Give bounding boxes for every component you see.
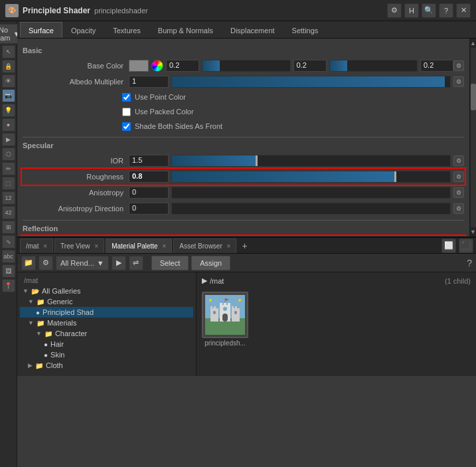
cloth-label: Cloth (46, 361, 63, 369)
bottom-transfer-icon[interactable]: ⇌ (129, 256, 143, 270)
anisotropy-direction-value[interactable]: 0 (129, 203, 169, 215)
help-icon[interactable]: ? (439, 3, 453, 18)
toolbar-image[interactable]: 🖼 (2, 264, 15, 278)
tree-item-character[interactable]: ▼ 📁 Character (20, 328, 193, 339)
use-point-color-checkbox[interactable] (122, 93, 131, 102)
toolbar-wave[interactable]: ∿ (2, 235, 15, 248)
all-galleries-label: All Galleries (42, 287, 81, 295)
generic-arrow: ▼ (28, 298, 34, 305)
toolbar-12[interactable]: 12 (2, 191, 15, 205)
tab-matpalette-close[interactable]: × (162, 242, 166, 250)
albedo-gear[interactable]: ⚙ (453, 76, 464, 87)
tab-surface[interactable]: Surface (20, 22, 62, 38)
toolbar-brush[interactable]: ✏ (2, 162, 15, 175)
assets-expand-icon[interactable]: ▶ (202, 276, 207, 285)
asset-item-principledsh[interactable]: principledsh... (202, 292, 248, 347)
shader-scrollbar[interactable]: ▲ ▼ (469, 39, 476, 236)
ior-slider[interactable] (171, 155, 451, 167)
tab-bump-normals[interactable]: Bump & Normals (149, 22, 222, 38)
base-color-r-slider[interactable] (202, 60, 291, 72)
settings-icon[interactable]: ⚙ (387, 3, 402, 18)
albedo-value[interactable]: 1 (129, 76, 169, 88)
bottom-help-button[interactable]: ? (467, 258, 472, 268)
toolbar-render[interactable]: ▶ (2, 133, 15, 146)
close-icon[interactable]: ✕ (456, 3, 471, 18)
bottom-tab-asset-browser[interactable]: Asset Browser × (173, 238, 236, 253)
add-tab-button[interactable]: + (238, 240, 251, 251)
bottom-gear-icon[interactable]: ⚙ (39, 256, 53, 270)
tree-item-hair[interactable]: ● Hair (20, 339, 193, 349)
assign-button[interactable]: Assign (191, 256, 230, 270)
base-color-r[interactable]: 0.2 (166, 60, 199, 72)
tree-item-generic[interactable]: ▼ 📁 Generic (20, 296, 193, 307)
toolbar-pointer[interactable]: ↖ (2, 45, 15, 58)
toolbar-lock[interactable]: 🔒 (2, 60, 15, 73)
albedo-label: Albedo Multiplier (23, 78, 129, 86)
scroll-up-arrow[interactable]: ▲ (469, 39, 476, 48)
bookmark-icon[interactable]: H (404, 3, 419, 18)
toolbar-select[interactable]: ⬚ (2, 177, 15, 190)
toolbar-material[interactable]: ● (2, 118, 15, 132)
base-color-g-slider[interactable] (329, 60, 418, 72)
toolbar-light[interactable]: 💡 (2, 104, 15, 117)
scroll-thumb[interactable] (471, 84, 476, 110)
search-icon[interactable]: 🔍 (422, 3, 436, 18)
toolbar-42[interactable]: 42 (2, 206, 15, 219)
use-packed-color-checkbox[interactable] (122, 108, 131, 116)
albedo-slider[interactable] (171, 76, 451, 88)
tree-item-skin[interactable]: ● Skin (20, 349, 193, 360)
anisotropy-slider[interactable] (171, 187, 451, 199)
tab-displacement[interactable]: Displacement (222, 22, 283, 38)
toolbar-eye[interactable]: 👁 (2, 74, 15, 88)
roughness-slider[interactable] (171, 171, 451, 183)
scroll-down-arrow[interactable]: ▼ (469, 227, 476, 236)
tree-item-materials[interactable]: ▼ 📁 Materials (20, 318, 193, 328)
anisotropy-direction-slider[interactable] (171, 203, 451, 215)
shade-both-sides-checkbox[interactable] (122, 122, 131, 131)
toolbar-camera[interactable]: 📷 (2, 89, 15, 102)
bottom-folder-icon[interactable]: 📁 (21, 256, 36, 270)
tab-treeview-close[interactable]: × (94, 242, 98, 250)
anisotropy-gear[interactable]: ⚙ (453, 187, 464, 198)
bottom-tab-material-palette[interactable]: Material Palette × (106, 238, 172, 253)
roughness-value[interactable]: 0.8 (129, 171, 169, 183)
ior-value[interactable]: 1.5 (129, 155, 169, 167)
tab-textures[interactable]: Textures (104, 22, 149, 38)
bottom-tab-treeview[interactable]: Tree View × (54, 238, 104, 253)
base-color-swatch[interactable] (129, 60, 149, 72)
title-bar: 🎨 Principled Shader principledshader ⚙ H… (0, 0, 476, 21)
base-color-g[interactable]: 0.2 (293, 60, 327, 72)
bottom-tab-mat[interactable]: /mat × (20, 238, 53, 253)
tab-mat-close[interactable]: × (43, 242, 47, 250)
toolbar-node[interactable]: ⬡ (2, 147, 15, 161)
tree-item-principled-shad[interactable]: ● Principled Shad (20, 307, 193, 318)
select-button[interactable]: Select (151, 256, 189, 270)
scroll-track[interactable] (471, 48, 476, 227)
toolbar-grid[interactable]: ⊞ (2, 221, 15, 234)
panel-icon-1[interactable]: ⬜ (441, 238, 456, 253)
base-color-gear[interactable]: ⚙ (453, 60, 464, 71)
asset-thumb-principledsh[interactable] (202, 292, 248, 338)
anisotropy-value[interactable]: 0 (129, 187, 169, 199)
render-mode-dropdown[interactable]: All Rend... ▼ (56, 256, 109, 270)
roughness-label: Roughness (23, 173, 129, 181)
bottom-arrow-icon[interactable]: ▶ (112, 256, 126, 270)
tab-assetbrowser-close[interactable]: × (227, 242, 231, 250)
color-wheel-button[interactable] (151, 60, 163, 72)
base-color-b[interactable]: 0.2 (420, 60, 453, 72)
toolbar-abc[interactable]: abc (2, 250, 15, 263)
tab-opacity[interactable]: Opacity (62, 22, 104, 38)
principled-shad-label: Principled Shad (42, 308, 94, 316)
roughness-gear[interactable]: ⚙ (453, 171, 464, 182)
panel-icon-2[interactable]: ⬛ (459, 238, 473, 253)
shade-both-sides-label[interactable]: Shade Both Sides As Front (135, 122, 222, 130)
use-point-color-label[interactable]: Use Point Color (135, 93, 186, 101)
tree-item-all-galleries[interactable]: ▼ 📂 All Galleries (20, 286, 193, 296)
anisotropy-direction-gear[interactable]: ⚙ (453, 203, 464, 214)
hair-icon: ● (44, 341, 48, 348)
ior-gear[interactable]: ⚙ (453, 155, 464, 166)
use-packed-color-label[interactable]: Use Packed Color (135, 108, 194, 116)
tree-item-cloth[interactable]: ▶ 📁 Cloth (20, 360, 193, 371)
tab-settings[interactable]: Settings (283, 22, 327, 38)
toolbar-location[interactable]: 📍 (2, 279, 15, 292)
